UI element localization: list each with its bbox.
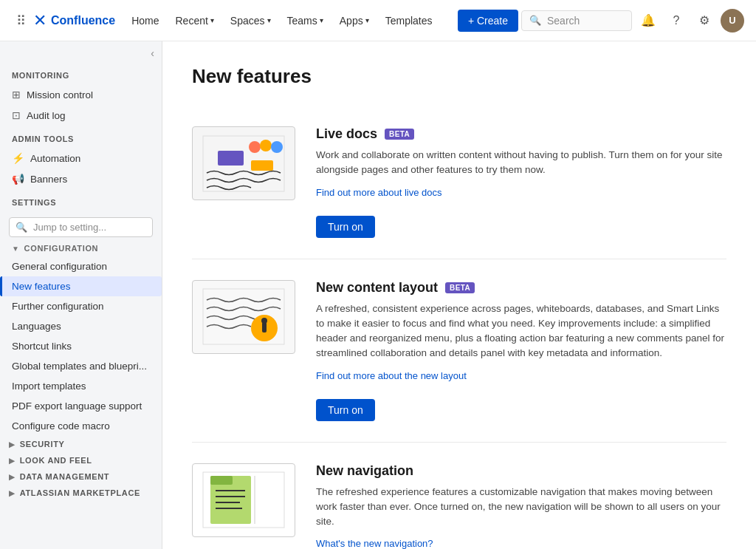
sidebar-item-label: Banners	[30, 174, 67, 185]
sidebar-item-further-configuration[interactable]: Further configuration	[0, 296, 162, 316]
sidebar-item-audit-log[interactable]: ⊡ Audit log	[0, 105, 162, 126]
sidebar-item-shortcut-links[interactable]: Shortcut links	[0, 336, 162, 356]
settings-search-input[interactable]: 🔍 Jump to setting...	[9, 217, 153, 237]
live-docs-content: Live docs BETA Work and collaborate on w…	[316, 126, 726, 238]
svg-point-2	[260, 140, 272, 151]
svg-point-3	[271, 141, 283, 153]
atlassian-marketplace-expand-button[interactable]: Atlassian marketplace	[0, 485, 162, 501]
page-title: New features	[192, 65, 726, 88]
look-and-feel-label: Look and feel	[20, 456, 92, 465]
sidebar-item-mission-control[interactable]: ⊞ Mission control	[0, 84, 162, 105]
sidebar-item-label: General configuration	[12, 261, 107, 272]
look-and-feel-expand-button[interactable]: Look and feel	[0, 452, 162, 468]
admin-tools-section-label: Admin Tools	[0, 126, 162, 148]
new-content-layout-description: A refreshed, consistent experience acros…	[316, 301, 726, 361]
sidebar-item-label: Audit log	[27, 110, 66, 121]
svg-point-9	[261, 318, 267, 324]
svg-rect-12	[210, 476, 233, 485]
new-content-layout-turn-on-button[interactable]: Turn on	[316, 399, 375, 421]
atlassian-marketplace-label: Atlassian marketplace	[20, 488, 140, 497]
live-docs-actions: Turn on	[316, 216, 726, 238]
chevron-down-icon: ▾	[267, 16, 271, 24]
sidebar-item-label: Import templates	[12, 381, 86, 392]
settings-button[interactable]: ⚙	[693, 9, 716, 33]
nav-recent[interactable]: Recent ▾	[168, 10, 221, 31]
configuration-subsection-header[interactable]: Configuration	[0, 240, 162, 256]
notifications-button[interactable]: 🔔	[636, 9, 660, 33]
live-docs-description: Work and collaborate on written content …	[316, 148, 726, 178]
nav-templates[interactable]: Templates	[378, 10, 440, 31]
data-management-expand-button[interactable]: Data management	[0, 468, 162, 485]
live-docs-learn-more-link[interactable]: Find out more about live docs	[316, 187, 442, 198]
configuration-label: Configuration	[24, 244, 99, 253]
confluence-logo-icon: ✕	[33, 11, 47, 30]
nav-links: Home Recent ▾ Spaces ▾ Teams ▾ Apps ▾ Te…	[124, 10, 455, 31]
audit-log-icon: ⊡	[12, 109, 21, 121]
sidebar-item-label: Shortcut links	[12, 341, 72, 352]
new-navigation-content: New navigation The refreshed experience …	[316, 463, 726, 550]
sidebar-item-label: Global templates and bluepri...	[12, 361, 147, 372]
main-layout: ‹ Monitoring ⊞ Mission control ⊡ Audit l…	[0, 41, 756, 549]
logo-text: Confluence	[51, 14, 115, 27]
avatar[interactable]: U	[721, 9, 744, 33]
search-box[interactable]: 🔍 Search	[521, 10, 632, 31]
security-expand-button[interactable]: Security	[0, 436, 162, 452]
sidebar-item-new-features[interactable]: New features	[0, 276, 162, 296]
sidebar-item-banners[interactable]: 📢 Banners	[0, 168, 162, 189]
sidebar-item-general-configuration[interactable]: General configuration	[0, 256, 162, 276]
live-docs-title: Live docs	[316, 126, 377, 142]
search-icon: 🔍	[16, 222, 27, 233]
logo[interactable]: ✕ Confluence	[33, 11, 115, 30]
sidebar: ‹ Monitoring ⊞ Mission control ⊡ Audit l…	[0, 41, 162, 549]
feature-card-live-docs: Live docs BETA Work and collaborate on w…	[192, 106, 726, 259]
expand-icon	[9, 457, 16, 465]
svg-rect-8	[262, 322, 267, 333]
expand-icon	[9, 473, 16, 481]
data-management-label: Data management	[20, 472, 110, 481]
grid-icon[interactable]: ⠿	[12, 8, 30, 33]
sidebar-item-automation[interactable]: ⚡ Automation	[0, 148, 162, 168]
search-icon: 🔍	[529, 15, 541, 26]
new-content-layout-title: New content layout	[316, 280, 438, 296]
collapse-sidebar-button[interactable]: ‹	[0, 41, 162, 62]
top-nav: ⠿ ✕ Confluence Home Recent ▾ Spaces ▾ Te…	[0, 0, 756, 41]
create-button[interactable]: + Create	[458, 10, 518, 32]
chevron-down-icon: ▾	[210, 16, 214, 24]
topnav-right: 🔍 Search 🔔 ? ⚙ U	[521, 9, 744, 33]
sidebar-item-label: Languages	[12, 321, 61, 332]
expand-icon	[12, 245, 20, 253]
svg-rect-4	[218, 151, 244, 166]
live-docs-turn-on-button[interactable]: Turn on	[316, 216, 375, 238]
sidebar-item-import-templates[interactable]: Import templates	[0, 376, 162, 396]
chevron-down-icon: ▾	[365, 16, 369, 24]
nav-apps[interactable]: Apps ▾	[332, 10, 377, 31]
search-placeholder: Search	[547, 15, 580, 27]
sidebar-item-configure-code[interactable]: Configure code macro	[0, 416, 162, 436]
new-content-layout-content: New content layout BETA A refreshed, con…	[316, 280, 726, 421]
monitoring-section-label: Monitoring	[0, 62, 162, 84]
help-button[interactable]: ?	[664, 9, 688, 33]
nav-home[interactable]: Home	[124, 10, 166, 31]
collapse-icon: ‹	[151, 47, 154, 59]
sidebar-item-label: Mission control	[27, 89, 93, 100]
sidebar-item-label: Further configuration	[12, 301, 104, 312]
new-navigation-description: The refreshed experience features a cust…	[316, 485, 726, 530]
expand-icon	[9, 489, 16, 497]
sidebar-item-languages[interactable]: Languages	[0, 316, 162, 336]
sidebar-item-label: Automation	[30, 153, 80, 164]
nav-spaces[interactable]: Spaces ▾	[223, 10, 278, 31]
new-navigation-thumbnail	[192, 463, 295, 537]
new-content-layout-learn-more-link[interactable]: Find out more about the new layout	[316, 370, 467, 381]
new-content-layout-actions: Turn on	[316, 399, 726, 421]
nav-teams[interactable]: Teams ▾	[280, 10, 331, 31]
svg-point-1	[249, 141, 261, 153]
settings-search-placeholder: Jump to setting...	[33, 222, 106, 233]
new-navigation-learn-more-link[interactable]: What's the new navigation?	[316, 538, 433, 549]
sidebar-item-label: PDF export language support	[12, 400, 142, 412]
live-docs-title-row: Live docs BETA	[316, 126, 726, 142]
chevron-down-icon: ▾	[320, 16, 323, 24]
live-docs-beta-badge: BETA	[385, 129, 414, 140]
sidebar-item-label: Configure code macro	[12, 420, 110, 432]
sidebar-item-global-templates[interactable]: Global templates and bluepri...	[0, 356, 162, 376]
sidebar-item-pdf-export[interactable]: PDF export language support	[0, 396, 162, 416]
